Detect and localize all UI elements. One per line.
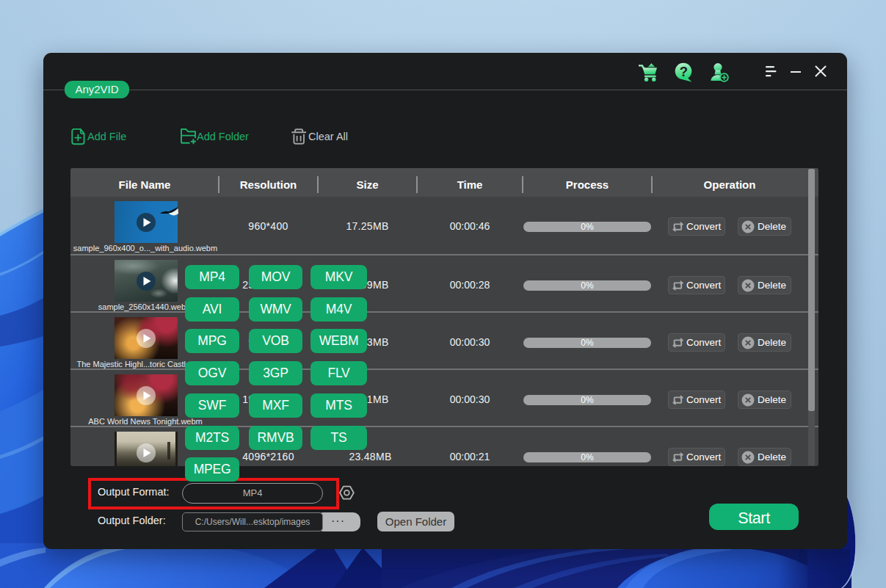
svg-text:?: ? [680,64,688,79]
